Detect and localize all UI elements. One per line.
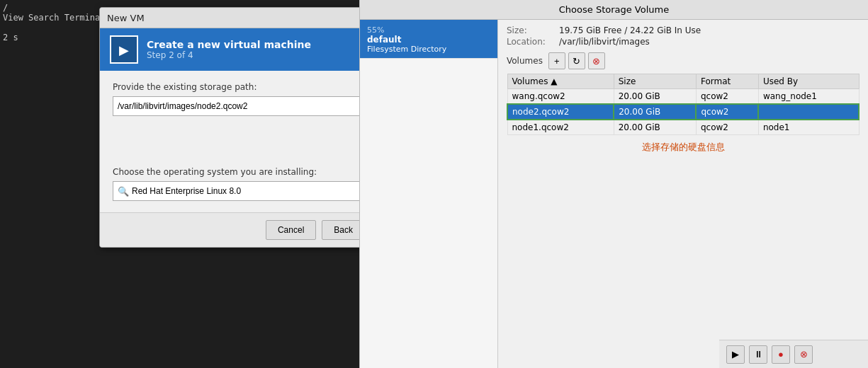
storage-dialog: Choose Storage Volume 55% default Filesy… — [359, 0, 868, 368]
table-row[interactable]: node2.qcow2 20.00 GiB qcow2 — [507, 104, 859, 120]
dialog-title: New VM — [107, 13, 145, 23]
table-header-row: Volumes ▲ Size Format Used By — [507, 74, 859, 89]
col-volumes: Volumes ▲ — [507, 74, 614, 89]
vol-name: wang.qcow2 — [507, 89, 614, 105]
location-label: Location: — [507, 37, 556, 47]
vol-usedby — [758, 104, 859, 120]
search-icon: 🔍 — [118, 186, 129, 197]
pool-item-default[interactable]: 55% default Filesystem Directory — [360, 20, 497, 59]
delete-volume-button[interactable]: ⊗ — [588, 52, 605, 69]
col-format: Format — [696, 74, 758, 89]
close-vm-button[interactable]: ⊗ — [794, 345, 813, 364]
table-row[interactable]: node1.qcow2 20.00 GiB qcow2 node1 — [507, 120, 859, 135]
vol-size: 20.00 GiB — [614, 104, 696, 120]
dialog-step: Step 2 of 4 — [147, 50, 311, 60]
vol-usedby: node1 — [758, 120, 859, 135]
vol-usedby: wang_node1 — [758, 89, 859, 105]
add-volume-button[interactable]: + — [548, 52, 565, 69]
vm-icon: ▶ — [110, 35, 138, 64]
col-usedby: Used By — [758, 74, 859, 89]
pool-type: Filesystem Directory — [367, 45, 490, 54]
pause-button[interactable]: ⏸ — [749, 345, 767, 364]
volumes-panel: Size: 19.75 GiB Free / 24.22 GiB In Use … — [498, 20, 868, 368]
storage-path-input[interactable] — [113, 96, 366, 116]
play-button[interactable]: ▶ — [726, 345, 745, 364]
vol-size: 20.00 GiB — [614, 89, 696, 105]
storage-titlebar: Choose Storage Volume — [360, 0, 868, 20]
vol-format: qcow2 — [696, 89, 758, 105]
dialog-header-title: Create a new virtual machine — [147, 39, 311, 50]
storage-info: Size: 19.75 GiB Free / 24.22 GiB In Use … — [507, 25, 859, 47]
back-button[interactable]: Back — [322, 220, 365, 240]
pool-panel: 55% default Filesystem Directory — [360, 20, 498, 368]
vol-size: 20.00 GiB — [614, 120, 696, 135]
col-size: Size — [614, 74, 696, 89]
pool-pct: 55% — [367, 25, 384, 35]
vol-format: qcow2 — [696, 120, 758, 135]
size-value: 19.75 GiB Free / 24.22 GiB In Use — [559, 25, 859, 35]
table-row[interactable]: wang.qcow2 20.00 GiB qcow2 wang_node1 — [507, 89, 859, 105]
storage-body: 55% default Filesystem Directory Size: 1… — [360, 20, 868, 368]
vol-format: qcow2 — [696, 104, 758, 120]
refresh-button[interactable]: ↻ — [568, 52, 585, 69]
terminal-text: / — [3, 3, 8, 13]
taskbar: ▶ ⏸ ● ⊗ Browse Local Cancel Choose Volum… — [719, 340, 868, 368]
terminal-output: 2 s — [3, 33, 18, 42]
vol-name: node2.qcow2 — [507, 104, 614, 120]
size-label: Size: — [507, 25, 556, 35]
volumes-table: Volumes ▲ Size Format Used By wang.qcow2… — [507, 74, 859, 135]
stop-button[interactable]: ● — [772, 345, 790, 364]
location-value: /var/lib/libvirt/images — [559, 37, 859, 47]
volumes-toolbar: Volumes + ↻ ⊗ — [507, 52, 859, 69]
dialog-header-text: Create a new virtual machine Step 2 of 4 — [147, 39, 311, 60]
vol-name: node1.qcow2 — [507, 120, 614, 135]
pool-name: default — [367, 35, 490, 45]
cancel-button[interactable]: Cancel — [266, 220, 316, 240]
storage-annotation: 选择存储的硬盘信息 — [507, 141, 859, 154]
volumes-label: Volumes — [507, 56, 543, 66]
